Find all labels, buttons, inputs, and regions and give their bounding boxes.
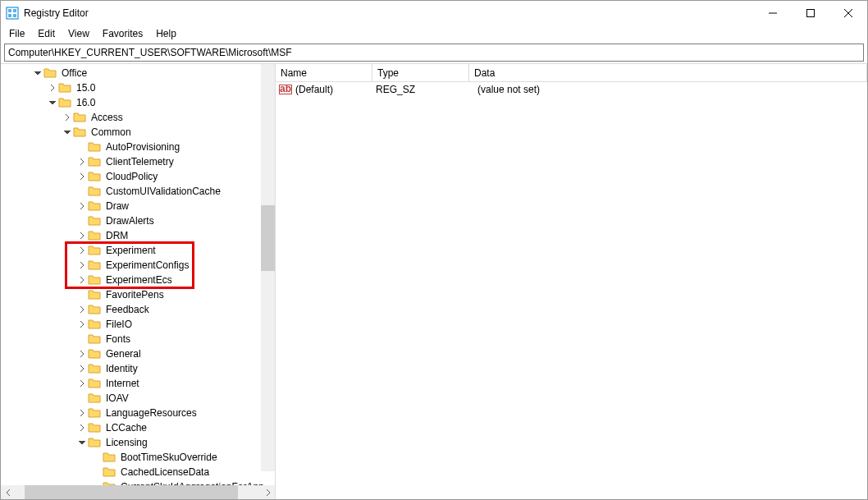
- tree-item[interactable]: DRM: [1, 228, 275, 243]
- svg-text:ab: ab: [280, 83, 291, 94]
- menu-edit[interactable]: Edit: [31, 25, 62, 41]
- expand-icon[interactable]: [76, 361, 88, 376]
- tree-item-label: Common: [89, 126, 133, 139]
- tree-item-label: Identity: [104, 362, 139, 375]
- folder-icon: [103, 451, 116, 464]
- tree-item[interactable]: Identity: [1, 361, 275, 376]
- tree-item[interactable]: BootTimeSkuOverride: [1, 450, 275, 465]
- tree-item-label: LanguageResources: [104, 406, 199, 420]
- value-data: (value not set): [473, 84, 867, 95]
- tree-item[interactable]: Common: [1, 125, 275, 140]
- tree-item[interactable]: FavoritePens: [1, 287, 275, 302]
- expand-icon[interactable]: [76, 406, 88, 420]
- chevron-placeholder: [76, 213, 88, 228]
- folder-icon: [88, 392, 101, 405]
- tree-item[interactable]: 15.0: [1, 80, 275, 95]
- close-button[interactable]: [829, 1, 867, 25]
- expand-icon[interactable]: [76, 302, 88, 317]
- folder-icon: [88, 140, 101, 154]
- vertical-scrollbar[interactable]: [261, 64, 275, 471]
- menu-view[interactable]: View: [62, 25, 96, 41]
- expand-icon[interactable]: [76, 199, 88, 213]
- scrollbar-track[interactable]: [15, 485, 261, 499]
- folder-icon: [103, 466, 116, 479]
- expand-icon[interactable]: [76, 273, 88, 287]
- tree-item[interactable]: Access: [1, 110, 275, 125]
- collapse-icon[interactable]: [62, 125, 73, 140]
- folder-icon: [88, 200, 101, 213]
- tree-item[interactable]: AutoProvisioning: [1, 140, 275, 154]
- expand-icon[interactable]: [76, 258, 88, 273]
- expand-icon[interactable]: [76, 317, 88, 332]
- menu-favorites[interactable]: Favorites: [96, 25, 149, 41]
- tree-item[interactable]: Feedback: [1, 302, 275, 317]
- folder-icon: [88, 185, 101, 198]
- scroll-right-button[interactable]: [261, 485, 275, 499]
- collapse-icon[interactable]: [47, 95, 58, 110]
- expand-icon[interactable]: [76, 169, 88, 184]
- tree-item-label: 15.0: [75, 81, 97, 94]
- address-bar[interactable]: Computer\HKEY_CURRENT_USER\SOFTWARE\Micr…: [4, 44, 864, 62]
- collapse-icon[interactable]: [32, 66, 43, 80]
- chevron-placeholder: [91, 465, 103, 479]
- tree-item-label: 16.0: [75, 96, 97, 109]
- tree-body[interactable]: Office15.016.0AccessCommonAutoProvisioni…: [1, 64, 275, 485]
- expand-icon[interactable]: [76, 154, 88, 169]
- maximize-button[interactable]: [792, 1, 829, 25]
- tree-item[interactable]: Licensing: [1, 435, 275, 450]
- tree-item[interactable]: Fonts: [1, 332, 275, 346]
- scrollbar-thumb[interactable]: [261, 205, 275, 271]
- menu-bar: File Edit View Favorites Help: [1, 25, 867, 42]
- expand-icon[interactable]: [62, 110, 73, 125]
- tree-item[interactable]: LanguageResources: [1, 406, 275, 420]
- expand-icon[interactable]: [76, 376, 88, 391]
- tree-item[interactable]: CurrentSkuIdAggregationForApp: [1, 479, 275, 485]
- tree-item[interactable]: LCCache: [1, 420, 275, 435]
- folder-icon: [88, 170, 101, 183]
- expand-icon[interactable]: [76, 346, 88, 361]
- folder-icon: [88, 333, 101, 346]
- tree-item[interactable]: CloudPolicy: [1, 169, 275, 184]
- expand-icon[interactable]: [76, 420, 88, 435]
- tree-item[interactable]: DrawAlerts: [1, 213, 275, 228]
- app-icon: [6, 7, 19, 20]
- tree-item-label: FavoritePens: [104, 288, 166, 301]
- tree-item-label: Feedback: [104, 303, 151, 316]
- scroll-left-button[interactable]: [1, 485, 15, 499]
- tree-item[interactable]: General: [1, 346, 275, 361]
- tree-item[interactable]: Experiment: [1, 243, 275, 258]
- tree-item[interactable]: Office: [1, 66, 275, 80]
- content-area: Office15.016.0AccessCommonAutoProvisioni…: [1, 63, 867, 499]
- tree-item-label: AutoProvisioning: [104, 140, 181, 154]
- horizontal-scrollbar[interactable]: [1, 485, 275, 499]
- column-header-data[interactable]: Data: [469, 64, 867, 81]
- tree-item[interactable]: CustomUIValidationCache: [1, 184, 275, 199]
- folder-icon: [88, 406, 101, 420]
- value-row[interactable]: ab (Default) REG_SZ (value not set): [276, 82, 867, 97]
- tree-item[interactable]: IOAV: [1, 391, 275, 406]
- expand-icon[interactable]: [76, 243, 88, 258]
- tree-item-label: FileIO: [104, 318, 134, 331]
- column-header-type[interactable]: Type: [372, 64, 469, 81]
- tree-item[interactable]: ExperimentEcs: [1, 273, 275, 287]
- menu-help[interactable]: Help: [149, 25, 183, 41]
- minimize-button[interactable]: [754, 1, 792, 25]
- tree-item[interactable]: Internet: [1, 376, 275, 391]
- tree-item[interactable]: FileIO: [1, 317, 275, 332]
- scrollbar-thumb[interactable]: [25, 485, 238, 499]
- tree-item[interactable]: 16.0: [1, 95, 275, 110]
- window-title: Registry Editor: [24, 7, 754, 19]
- tree-item[interactable]: CachedLicenseData: [1, 465, 275, 479]
- column-header-name[interactable]: Name: [276, 64, 372, 81]
- tree-item-label: CustomUIValidationCache: [104, 185, 222, 198]
- expand-icon[interactable]: [76, 228, 88, 243]
- menu-file[interactable]: File: [2, 25, 31, 41]
- collapse-icon[interactable]: [76, 435, 88, 450]
- tree-item[interactable]: Draw: [1, 199, 275, 213]
- tree-item[interactable]: ExperimentConfigs: [1, 258, 275, 273]
- tree-item-label: IOAV: [104, 392, 130, 405]
- svg-rect-1: [8, 9, 11, 12]
- tree-item[interactable]: ClientTelemetry: [1, 154, 275, 169]
- expand-icon[interactable]: [47, 80, 58, 95]
- tree-item-label: Experiment: [104, 244, 158, 257]
